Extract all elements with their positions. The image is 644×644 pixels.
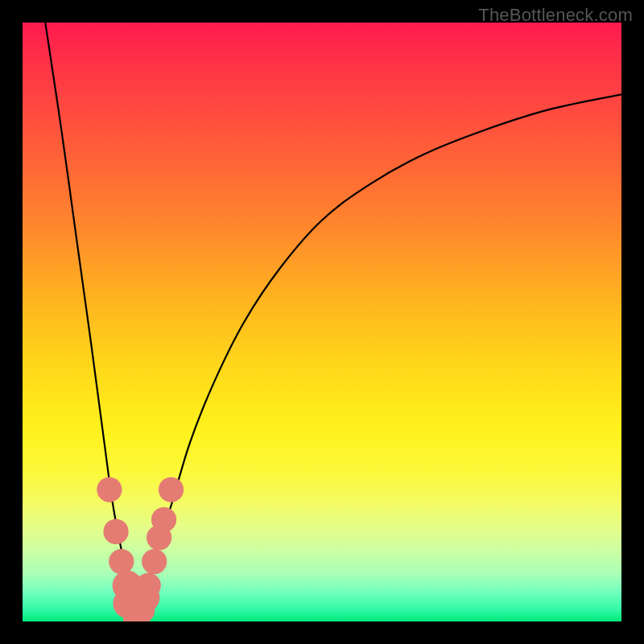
bead-point: [136, 573, 161, 598]
bead-point: [103, 519, 128, 544]
plot-area: [23, 23, 621, 621]
bead-group: [97, 477, 184, 621]
watermark-text: TheBottleneck.com: [478, 5, 633, 26]
bead-point: [142, 549, 167, 574]
curve-right-branch: [136, 94, 621, 621]
bead-point: [159, 477, 184, 502]
bead-point: [151, 507, 176, 532]
outer-frame: TheBottleneck.com: [0, 0, 644, 644]
chart-svg: [23, 23, 621, 621]
bead-point: [109, 549, 134, 574]
bead-point: [97, 477, 122, 502]
curve-group: [45, 23, 621, 621]
